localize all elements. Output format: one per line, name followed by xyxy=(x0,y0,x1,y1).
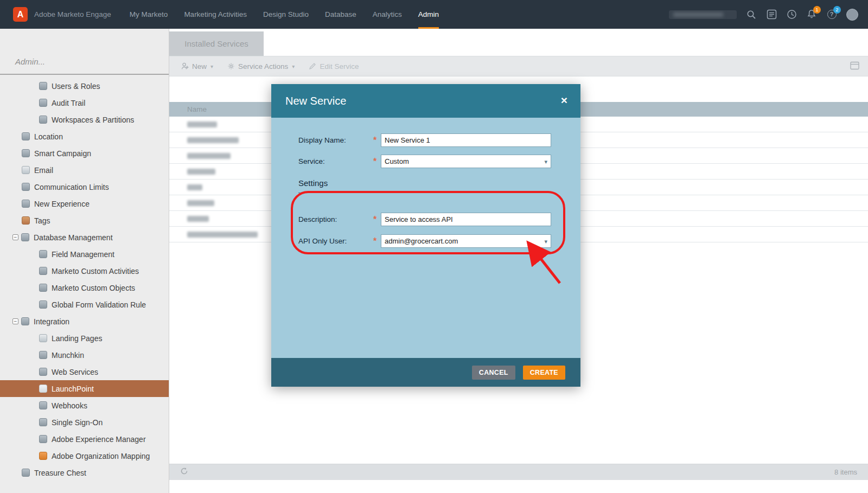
display-name-row: Display Name: * xyxy=(298,133,551,147)
create-button[interactable]: CREATE xyxy=(523,366,565,380)
sidebar-item-global-form-validation-rule[interactable]: Global Form Validation Rule xyxy=(0,296,169,313)
sidebar-item-adobe-organization-mapping[interactable]: Adobe Organization Mapping xyxy=(0,447,169,464)
collapse-toggle-icon[interactable]: − xyxy=(12,318,18,324)
sidebar-item-label: New Experience xyxy=(34,200,90,208)
sidebar-item-single-sign-on[interactable]: Single Sign-On xyxy=(0,414,169,431)
modal-body: Display Name: * Service: * Custom ▾ Sett… xyxy=(271,118,580,358)
sidebar-item-email[interactable]: Email xyxy=(0,162,169,178)
nav-database[interactable]: Database xyxy=(325,0,356,29)
tags-icon xyxy=(22,216,30,225)
nav-analytics[interactable]: Analytics xyxy=(373,0,402,29)
nav-marketing-activities[interactable]: Marketing Activities xyxy=(184,0,247,29)
users-roles-icon xyxy=(39,82,47,90)
new-experience-icon xyxy=(22,200,30,208)
sidebar-item-tags[interactable]: Tags xyxy=(0,212,169,229)
notifications-bell-icon[interactable]: 1 xyxy=(806,9,817,20)
brand-title: Adobe Marketo Engage xyxy=(34,10,111,18)
new-service-modal: New Service × Display Name: * Service: *… xyxy=(271,84,580,387)
description-label: Description: xyxy=(298,215,373,223)
sidebar-item-label: Workspaces & Partitions xyxy=(52,116,134,124)
audit-trail-icon xyxy=(39,99,47,107)
sidebar-item-database-management[interactable]: −Database Management xyxy=(0,229,169,246)
sidebar-item-communication-limits[interactable]: Communication Limits xyxy=(0,178,169,195)
database-management-icon xyxy=(21,233,29,241)
adobe-experience-manager-icon xyxy=(39,435,47,443)
required-asterisk-icon: * xyxy=(373,155,381,168)
api-only-user-row: API Only User: * admin@grocercart.com ▾ xyxy=(298,234,551,248)
tasks-icon[interactable] xyxy=(766,9,777,20)
web-services-icon xyxy=(39,368,47,376)
custom-activities-icon xyxy=(39,267,47,275)
sidebar-item-label: Users & Roles xyxy=(52,82,100,91)
chevron-down-icon: ▾ xyxy=(544,235,547,248)
topbar: A Adobe Marketo Engage My MarketoMarketi… xyxy=(0,0,868,29)
sidebar-item-label: Database Management xyxy=(34,233,113,242)
nav-admin[interactable]: Admin xyxy=(418,0,439,29)
notification-badge: 1 xyxy=(813,6,821,14)
sidebar-item-integration[interactable]: −Integration xyxy=(0,313,169,330)
webhooks-icon xyxy=(39,401,47,409)
sidebar-item-web-services[interactable]: Web Services xyxy=(0,363,169,380)
sidebar-item-workspaces-partitions[interactable]: Workspaces & Partitions xyxy=(0,111,169,128)
modal-footer: CANCEL CREATE xyxy=(271,358,580,387)
sidebar-item-munchkin[interactable]: Munchkin xyxy=(0,347,169,363)
nav-design-studio[interactable]: Design Studio xyxy=(263,0,309,29)
communication-limits-icon xyxy=(22,183,30,191)
sidebar-item-label: Integration xyxy=(34,317,69,326)
sidebar-item-label: Webhooks xyxy=(52,401,87,410)
admin-sidebar: Admin... Users & RolesAudit TrailWorkspa… xyxy=(0,29,169,493)
location-icon xyxy=(22,132,30,140)
sidebar-item-label: Location xyxy=(34,132,63,141)
service-select[interactable]: Custom ▾ xyxy=(381,155,551,168)
sidebar-item-label: Tags xyxy=(34,216,50,225)
single-sign-on-icon xyxy=(39,418,47,426)
custom-objects-icon xyxy=(39,284,47,292)
sidebar-item-launchpoint[interactable]: LaunchPoint xyxy=(0,380,169,397)
sidebar-item-label: Web Services xyxy=(52,368,98,376)
sidebar-item-label: Adobe Experience Manager xyxy=(52,435,146,444)
sidebar-item-new-experience[interactable]: New Experience xyxy=(0,195,169,212)
sidebar-item-location[interactable]: Location xyxy=(0,128,169,145)
help-icon[interactable]: ? 2 xyxy=(826,9,837,20)
smart-campaign-icon xyxy=(22,149,30,157)
sidebar-item-label: Treasure Chest xyxy=(34,469,86,477)
nav-my-marketo[interactable]: My Marketo xyxy=(130,0,168,29)
sidebar-item-label: LaunchPoint xyxy=(52,385,94,393)
adobe-logo-icon: A xyxy=(13,7,28,22)
admin-filter-input[interactable]: Admin... xyxy=(0,29,169,74)
sidebar-item-treasure-chest[interactable]: Treasure Chest xyxy=(0,464,169,481)
cancel-button[interactable]: CANCEL xyxy=(472,366,515,380)
search-icon[interactable] xyxy=(746,9,757,20)
display-name-input[interactable] xyxy=(381,133,551,147)
sidebar-item-marketo-custom-objects[interactable]: Marketo Custom Objects xyxy=(0,279,169,296)
required-asterisk-icon: * xyxy=(373,213,381,226)
sidebar-tree: Users & RolesAudit TrailWorkspaces & Par… xyxy=(0,75,169,481)
sidebar-item-audit-trail[interactable]: Audit Trail xyxy=(0,94,169,111)
user-avatar[interactable] xyxy=(846,9,858,21)
required-asterisk-icon: * xyxy=(373,133,381,147)
sidebar-item-users-roles[interactable]: Users & Roles xyxy=(0,78,169,94)
history-clock-icon[interactable] xyxy=(786,9,797,20)
close-icon[interactable]: × xyxy=(561,93,567,107)
sidebar-item-label: Munchkin xyxy=(52,351,84,360)
sidebar-item-field-management[interactable]: Field Management xyxy=(0,246,169,262)
form-validation-icon xyxy=(39,300,47,309)
service-row: Service: * Custom ▾ xyxy=(298,155,551,168)
service-select-value: Custom xyxy=(385,157,409,165)
sidebar-item-label: Field Management xyxy=(52,250,114,259)
api-only-user-select[interactable]: admin@grocercart.com ▾ xyxy=(381,234,551,248)
sidebar-item-label: Communication Limits xyxy=(34,183,109,191)
search-input-redacted[interactable] xyxy=(669,10,737,19)
launchpoint-icon xyxy=(39,385,47,393)
sidebar-item-webhooks[interactable]: Webhooks xyxy=(0,397,169,414)
sidebar-item-label: Audit Trail xyxy=(52,99,85,107)
collapse-toggle-icon[interactable]: − xyxy=(12,234,18,240)
sidebar-item-smart-campaign[interactable]: Smart Campaign xyxy=(0,145,169,162)
sidebar-item-marketo-custom-activities[interactable]: Marketo Custom Activities xyxy=(0,262,169,279)
sidebar-item-label: Marketo Custom Objects xyxy=(52,284,135,292)
topbar-nav: My MarketoMarketing ActivitiesDesign Stu… xyxy=(130,0,439,29)
sidebar-item-adobe-experience-manager[interactable]: Adobe Experience Manager xyxy=(0,431,169,447)
sidebar-item-label: Marketo Custom Activities xyxy=(52,267,139,276)
sidebar-item-landing-pages[interactable]: Landing Pages xyxy=(0,330,169,347)
description-input[interactable] xyxy=(381,213,551,226)
